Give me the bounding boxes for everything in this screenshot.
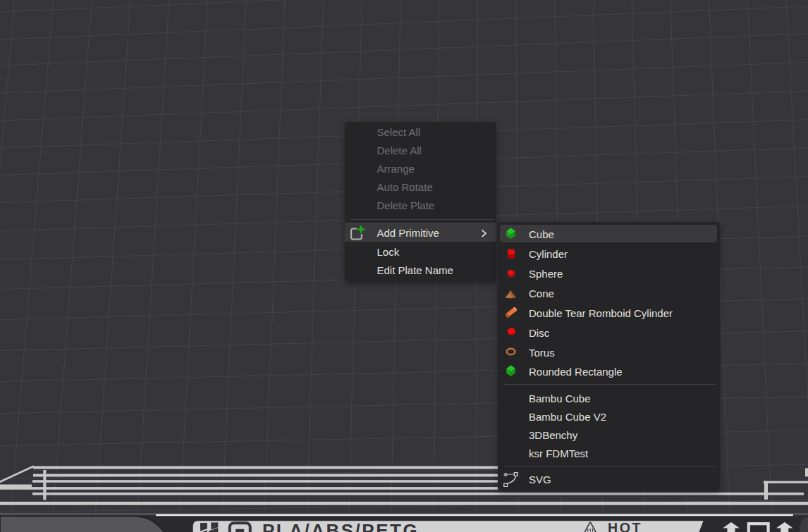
svg-text:HOT: HOT	[608, 520, 642, 532]
svg-text:PLA/ABS/PETG: PLA/ABS/PETG	[262, 520, 419, 532]
